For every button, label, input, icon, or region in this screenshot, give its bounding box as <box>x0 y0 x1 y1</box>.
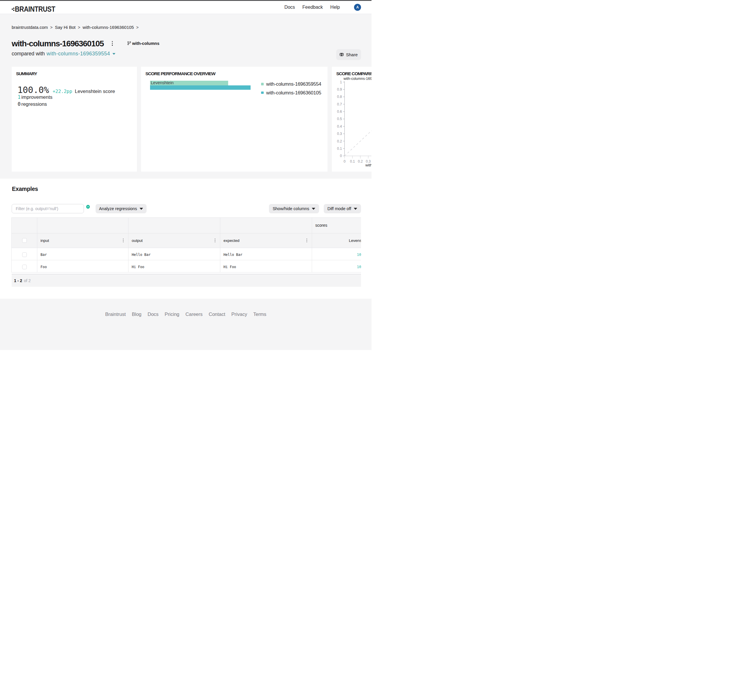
cell-expected: Hello Bar <box>220 248 312 260</box>
footer-link-docs[interactable]: Docs <box>148 312 159 317</box>
column-label-expected: expected <box>223 238 240 243</box>
breadcrumb-separator: > <box>50 25 52 30</box>
column-menu-icon[interactable] <box>215 239 215 242</box>
score-performance-card: SCORE PERFORMANCE OVERVIEW Levenshtein w… <box>141 67 327 172</box>
comparison-scatter-plot: 00.10.20.30.40.50.60.70.80.9100.10.20.30… <box>332 67 372 172</box>
chevron-down-icon <box>312 208 315 210</box>
cell-input: Bar <box>37 248 129 260</box>
legend-label-current: with-columns-1696360105 <box>266 90 321 96</box>
footer-link-blog[interactable]: Blog <box>132 312 141 317</box>
table-group-header-row: scores <box>12 218 361 234</box>
breadcrumb: braintrustdata.com > Say Hi Bot > with-c… <box>12 25 139 30</box>
compared-experiment-link[interactable]: with-columns-1696359554 <box>47 51 110 57</box>
summary-score: 100.0% <box>18 85 49 95</box>
summary-card: SUMMARY 100.0% +22.2pp Levenshtein score… <box>12 67 137 172</box>
avatar[interactable]: A <box>354 4 361 11</box>
braintrust-logo[interactable]: BRAINTRUST <box>12 4 61 15</box>
improvements-label: improvements <box>21 95 52 100</box>
show-hide-columns-button[interactable]: Show/hide columns <box>269 204 319 213</box>
group-cell-empty <box>12 218 37 234</box>
table-row[interactable]: Foo Hi Foo Hi Foo 100.0% <box>12 260 361 272</box>
breadcrumb-org[interactable]: braintrustdata.com <box>12 25 48 30</box>
legend-item: with-columns-1696359554 <box>261 81 321 87</box>
summary-card-title: SUMMARY <box>16 71 37 76</box>
y-tick-label: 0.7 <box>337 102 342 107</box>
table-header-row: input output expected Levenshtein <box>12 233 361 248</box>
diff-mode-label: Diff mode off <box>327 206 351 211</box>
cell-score: 100.0% <box>312 248 361 260</box>
legend-label-baseline: with-columns-1696359554 <box>266 81 321 87</box>
app-header: BRAINTRUST Docs Feedback Help A <box>0 1 372 14</box>
examples-heading: Examples <box>12 185 38 192</box>
y-tick-label: 0.1 <box>337 147 342 151</box>
improvements-count: 1 <box>18 94 21 100</box>
column-menu-icon[interactable] <box>306 239 307 242</box>
cell-score: 100.0% <box>312 260 361 272</box>
page-title: with-columns-1696360105 <box>12 39 104 48</box>
nav-docs[interactable]: Docs <box>284 4 295 10</box>
chevron-down-icon[interactable] <box>112 53 115 55</box>
breadcrumb-separator: > <box>78 25 80 30</box>
help-icon[interactable]: ? <box>86 205 90 209</box>
diff-mode-button[interactable]: Diff mode off <box>324 204 361 213</box>
title-kebab-menu[interactable] <box>110 41 115 46</box>
y-tick-label: 0.3 <box>337 132 342 136</box>
pagination-total: of 2 <box>24 278 31 283</box>
footer-link-braintrust[interactable]: Braintrust <box>105 312 126 317</box>
group-cell-empty <box>220 218 312 234</box>
performance-legend: with-columns-1696359554 with-columns-169… <box>261 81 321 99</box>
breadcrumb-experiment[interactable]: with-columns-1696360105 <box>83 25 134 30</box>
bar-current <box>150 85 250 90</box>
row-checkbox[interactable] <box>22 252 27 257</box>
page-footer: Braintrust Blog Docs Pricing Careers Con… <box>0 299 372 350</box>
row-select-cell <box>12 248 37 260</box>
share-button[interactable]: Share <box>336 49 361 60</box>
footer-link-contact[interactable]: Contact <box>209 312 225 317</box>
compared-prefix: compared with <box>12 51 45 57</box>
column-label-input: input <box>40 238 49 243</box>
share-label: Share <box>346 52 358 57</box>
footer-link-terms[interactable]: Terms <box>253 312 266 317</box>
column-header-output: output <box>129 233 220 248</box>
summary-improvements: 1improvements <box>18 94 53 100</box>
summary-delta: +22.2pp <box>52 89 72 94</box>
project-link[interactable]: with-columns <box>127 41 159 46</box>
column-menu-icon[interactable] <box>123 239 124 242</box>
footer-link-privacy[interactable]: Privacy <box>231 312 247 317</box>
y-tick-label: 1 <box>340 80 342 84</box>
x-tick-label: 0.2 <box>358 160 363 163</box>
legend-swatch-current <box>261 92 264 94</box>
row-checkbox[interactable] <box>22 265 27 269</box>
y-tick-label: 0.2 <box>337 139 342 144</box>
legend-item: with-columns-1696360105 <box>261 90 321 95</box>
chevron-down-icon <box>139 208 143 210</box>
examples-table: scores input output expected Levenshtein… <box>11 218 361 272</box>
git-branch-icon <box>127 41 131 45</box>
analyze-regressions-button[interactable]: Analyze regressions <box>96 204 147 213</box>
column-header-expected: expected <box>220 233 312 248</box>
y-tick-label: 0.5 <box>337 117 342 121</box>
show-hide-columns-label: Show/hide columns <box>273 206 309 211</box>
regressions-count: 0 <box>18 101 21 107</box>
table-row[interactable]: Bar Hello Bar Hello Bar 100.0% <box>12 248 361 260</box>
cell-expected: Hi Foo <box>220 260 312 272</box>
pagination-bar: 1 - 2 of 2 <box>12 274 361 287</box>
select-all-checkbox[interactable] <box>22 238 27 243</box>
braintrust-logo-icon <box>12 7 15 11</box>
analyze-regressions-label: Analyze regressions <box>99 206 137 211</box>
comparison-x-axis-label: with-columns-1696359554 <box>366 163 372 167</box>
column-header-levenshtein: Levenshtein <box>312 233 361 248</box>
cell-input: Foo <box>37 260 129 272</box>
footer-link-pricing[interactable]: Pricing <box>164 312 179 317</box>
breadcrumb-project[interactable]: Say Hi Bot <box>55 25 75 30</box>
nav-feedback[interactable]: Feedback <box>302 4 323 10</box>
footer-link-careers[interactable]: Careers <box>186 312 203 317</box>
summary-metric: 100.0% +22.2pp Levenshtein score <box>18 85 115 95</box>
nav-help[interactable]: Help <box>330 4 340 10</box>
x-tick-label: 0.1 <box>350 160 355 163</box>
filter-input[interactable] <box>12 204 84 213</box>
y-tick-label: 0.4 <box>337 124 342 129</box>
identity-reference-line <box>345 67 372 156</box>
bar-baseline: Levenshtein <box>150 81 228 85</box>
examples-table-container: scores input output expected Levenshtein… <box>11 218 361 272</box>
